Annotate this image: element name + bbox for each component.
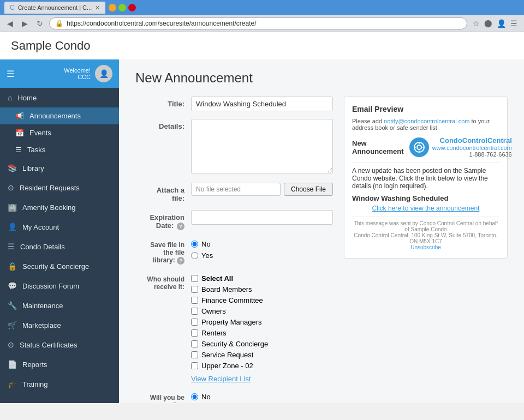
- sidebar-item-discussion-forum[interactable]: 💬 Discussion Forum: [0, 276, 119, 296]
- save-file-control: No Yes: [191, 238, 333, 260]
- choose-file-button[interactable]: Choose File: [284, 183, 333, 196]
- star-icon[interactable]: ☆: [473, 19, 480, 28]
- expiration-help-icon[interactable]: ?: [177, 223, 184, 230]
- people-icon[interactable]: 👤: [497, 19, 506, 28]
- sidebar-topbar-right: Welcome! CCC 👤: [64, 65, 112, 82]
- checkbox-renters[interactable]: [191, 329, 198, 337]
- hamburger-icon[interactable]: ☰: [7, 69, 14, 79]
- sidebar-label-security-concierge: Security & Concierge: [22, 262, 89, 271]
- recipient-board-members[interactable]: Board Members: [191, 285, 333, 293]
- details-row: Details:: [135, 119, 333, 175]
- address-bar[interactable]: 🔒 https://condocontrolcentral.com/secure…: [49, 17, 467, 29]
- maximize-button[interactable]: [118, 4, 126, 11]
- brand-info: CondoControlCentral www.condocontrolcent…: [432, 136, 512, 158]
- tab-title: Create Announcement | C...: [18, 4, 92, 11]
- menu-icon[interactable]: ☰: [510, 19, 517, 28]
- paper-copies-no-radio[interactable]: [191, 393, 198, 400]
- sidebar-item-security-concierge[interactable]: 🔒 Security & Concierge: [0, 256, 119, 276]
- view-announcement-link[interactable]: Click here to view the announcement: [352, 205, 499, 212]
- unsubscribe-link[interactable]: Unsubscribe: [410, 244, 441, 250]
- checkbox-board-members[interactable]: [191, 286, 198, 293]
- recipients-label: Who shouldreceive it:: [135, 272, 184, 291]
- save-file-yes-radio[interactable]: [191, 252, 198, 259]
- sidebar-item-home[interactable]: ⌂ Home: [0, 88, 119, 107]
- recipient-service-request[interactable]: Service Request: [191, 351, 333, 359]
- paper-copies-label: Will you besendingpapercopies: ?: [135, 391, 184, 403]
- save-file-row: Save file inthe filelibrary: ? No: [135, 238, 333, 265]
- refresh-button[interactable]: ↻: [34, 18, 46, 29]
- checkbox-service-request[interactable]: [191, 351, 198, 358]
- notify-email-link[interactable]: notify@condocontrolcentral.com: [384, 118, 469, 124]
- sidebar-label-reports: Reports: [22, 361, 47, 369]
- recipient-property-managers[interactable]: Property Managers: [191, 318, 333, 326]
- sidebar-label-status-certificates: Status Certificates: [20, 341, 78, 349]
- extension-icon[interactable]: ⬤: [484, 19, 492, 28]
- checkbox-security-concierge[interactable]: [191, 340, 198, 347]
- sidebar-item-amenity-booking[interactable]: 🏢 Amenity Booking: [0, 197, 119, 217]
- status-cert-icon: ⊙: [8, 340, 14, 349]
- recipient-finance-committee[interactable]: Finance Committee: [191, 296, 333, 304]
- sidebar-label-amenity-booking: Amenity Booking: [22, 203, 76, 212]
- paper-copies-row: Will you besendingpapercopies: ? No: [135, 391, 333, 403]
- save-file-no-radio[interactable]: [191, 241, 198, 248]
- recipients-control: Select All Board Members Finance Committ…: [191, 272, 333, 383]
- minimize-button[interactable]: [109, 4, 116, 11]
- brand-phone: 1-888-762-6636: [432, 151, 512, 158]
- label-owners: Owners: [201, 307, 226, 315]
- sidebar-item-reports[interactable]: 📄 Reports: [0, 355, 119, 374]
- tasks-icon: ☰: [15, 146, 22, 154]
- forward-button[interactable]: ▶: [19, 18, 31, 29]
- title-row: Title:: [135, 97, 333, 111]
- recipient-owners[interactable]: Owners: [191, 307, 333, 315]
- sidebar-item-marketplace[interactable]: 🛒 Marketplace: [0, 315, 119, 335]
- sidebar-item-announcements[interactable]: 📢 Announcements: [0, 107, 119, 124]
- sidebar-label-maintenance: Maintenance: [22, 302, 63, 310]
- sidebar-item-maintenance[interactable]: 🔧 Maintenance: [0, 296, 119, 315]
- view-recipient-list-link[interactable]: View Recipient List: [191, 375, 251, 383]
- url-text: https://condocontrolcentral.com/securesi…: [67, 20, 461, 27]
- browser-chrome: C Create Announcement | C... ✕ ◀ ▶ ↻ 🔒 h…: [0, 0, 524, 32]
- sidebar-item-my-account[interactable]: 👤 My Account: [0, 217, 119, 237]
- expiration-date-input[interactable]: [191, 210, 333, 225]
- sidebar: ☰ Welcome! CCC 👤 ⌂ Home 📢 Announcements: [0, 59, 119, 403]
- reports-icon: 📄: [8, 360, 17, 369]
- announcements-icon: 📢: [15, 112, 24, 120]
- recipient-upper-zone-02[interactable]: Upper Zone - 02: [191, 362, 333, 370]
- sidebar-item-status-certificates[interactable]: ⊙ Status Certificates: [0, 335, 119, 355]
- checkbox-owners[interactable]: [191, 308, 198, 315]
- recipient-renters[interactable]: Renters: [191, 329, 333, 337]
- save-file-yes-label: Yes: [201, 251, 213, 260]
- title-input[interactable]: [191, 97, 333, 111]
- checkbox-upper-zone-02[interactable]: [191, 362, 198, 369]
- paper-copies-no[interactable]: No: [191, 393, 333, 401]
- checkbox-property-managers[interactable]: [191, 319, 198, 326]
- sidebar-item-library[interactable]: 📚 Library: [0, 158, 119, 178]
- resident-requests-icon: ⊙: [8, 183, 14, 192]
- close-button[interactable]: [128, 4, 136, 11]
- sidebar-item-condo-details[interactable]: ☰ Condo Details: [0, 237, 119, 256]
- sidebar-label-training: Training: [22, 380, 47, 388]
- brand-block: CondoControlCentral www.condocontrolcent…: [409, 136, 512, 158]
- select-all-item[interactable]: Select All: [191, 274, 333, 283]
- save-file-no[interactable]: No: [191, 240, 333, 248]
- sidebar-item-tasks[interactable]: ☰ Tasks: [0, 141, 119, 158]
- browser-tab[interactable]: C Create Announcement | C... ✕: [4, 2, 105, 14]
- attach-file-row: Attach afile: No file selected Choose Fi…: [135, 183, 333, 202]
- select-all-checkbox[interactable]: [191, 275, 198, 282]
- sidebar-item-training[interactable]: 🎓 Training: [0, 374, 119, 394]
- tab-close-icon[interactable]: ✕: [95, 4, 100, 11]
- sidebar-item-resident-requests[interactable]: ⊙ Resident Requests: [0, 178, 119, 197]
- new-announcement-label: New Announcement: [352, 139, 404, 155]
- sidebar-item-events[interactable]: 📅 Events: [0, 124, 119, 141]
- expiration-label: ExpirationDate: ?: [135, 210, 184, 230]
- select-all-label: Select All: [201, 274, 233, 283]
- details-textarea[interactable]: [191, 119, 333, 173]
- save-file-yes[interactable]: Yes: [191, 251, 333, 260]
- training-icon: 🎓: [8, 380, 17, 388]
- brand-name: CondoControlCentral: [432, 136, 512, 145]
- recipient-security-concierge[interactable]: Security & Concierge: [191, 340, 333, 348]
- save-file-help-icon[interactable]: ?: [177, 257, 184, 265]
- sidebar-label-resident-requests: Resident Requests: [20, 184, 80, 192]
- back-button[interactable]: ◀: [4, 18, 16, 29]
- checkbox-finance-committee[interactable]: [191, 297, 198, 304]
